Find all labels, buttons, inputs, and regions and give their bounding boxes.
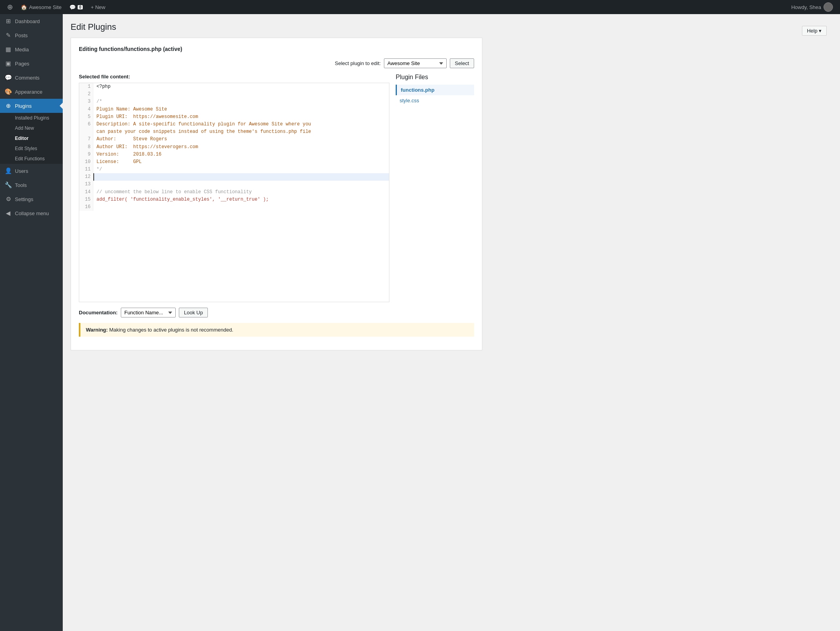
submenu-editor[interactable]: Editor xyxy=(0,133,63,143)
new-label: + New xyxy=(91,4,105,10)
edit-plugins-wrap: Editing functions/functions.php (active)… xyxy=(71,38,482,350)
plugin-select-label: Select plugin to edit: xyxy=(335,60,381,66)
code-line: 3 /* xyxy=(79,98,389,105)
sidebar-item-plugins[interactable]: ⊕ Plugins xyxy=(0,99,63,113)
code-line: 15 add_filter( 'functionality_enable_sty… xyxy=(79,196,389,203)
home-icon: 🏠 xyxy=(21,4,27,10)
posts-icon: ✎ xyxy=(5,32,12,39)
appearance-icon: 🎨 xyxy=(5,88,12,95)
code-line: 8 Author URI: https://steverogers.com xyxy=(79,143,389,151)
plugin-files-panel: Plugin Files functions.php style.css xyxy=(396,74,474,302)
code-editor[interactable]: 1 <?php 2 3 /* xyxy=(79,83,389,302)
tools-icon: 🔧 xyxy=(5,181,12,189)
warning-strong: Warning: xyxy=(86,327,108,333)
code-line: 11 */ xyxy=(79,166,389,173)
selected-file-label: Selected file content: xyxy=(79,74,389,80)
sidebar-item-appearance[interactable]: 🎨 Appearance xyxy=(0,85,63,99)
pages-icon: ▣ xyxy=(5,60,12,67)
site-name-item[interactable]: 🏠 Awesome Site xyxy=(17,0,65,14)
select-button[interactable]: Select xyxy=(450,58,474,68)
code-line: 13 xyxy=(79,181,389,188)
sidebar-item-label: Posts xyxy=(15,33,28,38)
sidebar-item-label: Users xyxy=(15,168,28,174)
warning-text: Making changes to active plugins is not … xyxy=(109,327,233,333)
code-line: 6 Description: A site-specific functiona… xyxy=(79,121,389,136)
sidebar-item-label: Dashboard xyxy=(15,18,40,24)
code-line: 1 <?php xyxy=(79,83,389,91)
code-line: 7 Author: Steve Rogers xyxy=(79,136,389,143)
comments-count: 0 xyxy=(78,5,83,9)
settings-icon: ⚙ xyxy=(5,196,12,203)
submenu-edit-styles[interactable]: Edit Styles xyxy=(0,143,63,154)
plugins-submenu: Installed Plugins Add New Editor Edit St… xyxy=(0,113,63,164)
sidebar-item-media[interactable]: ▦ Media xyxy=(0,42,63,56)
documentation-select[interactable]: Function Name... xyxy=(121,308,176,317)
sidebar-item-users[interactable]: 👤 Users xyxy=(0,164,63,178)
sidebar: ⊞ Dashboard ✎ Posts ▦ Media ▣ Pages 💬 Co… xyxy=(0,14,63,631)
plugins-icon: ⊕ xyxy=(5,102,12,109)
sidebar-item-label: Pages xyxy=(15,61,29,67)
content-area: Selected file content: 1 <?php 2 xyxy=(79,74,474,302)
wp-logo-icon: ⊕ xyxy=(7,3,13,11)
code-line: 14 // uncomment the below line to enable… xyxy=(79,189,389,196)
wp-logo-item[interactable]: ⊕ xyxy=(3,0,17,14)
sidebar-item-collapse[interactable]: ◀ Collapse menu xyxy=(0,206,63,220)
comments-item[interactable]: 💬 0 xyxy=(65,0,87,14)
sidebar-item-comments[interactable]: 💬 Comments xyxy=(0,71,63,85)
code-line: 4 Plugin Name: Awesome Site xyxy=(79,106,389,113)
code-line: 5 Plugin URI: https://awesomesite.com xyxy=(79,113,389,121)
sidebar-item-label: Settings xyxy=(15,196,33,202)
collapse-icon: ◀ xyxy=(5,210,12,217)
new-item[interactable]: + New xyxy=(87,0,109,14)
editing-title: Editing functions/functions.php (active) xyxy=(79,46,474,52)
sidebar-item-settings[interactable]: ⚙ Settings xyxy=(0,192,63,206)
plugin-file-functions-php[interactable]: functions.php xyxy=(396,85,474,95)
lookup-button[interactable]: Look Up xyxy=(179,308,208,317)
submenu-add-new[interactable]: Add New xyxy=(0,123,63,133)
warning-notice: Warning: Making changes to active plugin… xyxy=(79,323,474,337)
sidebar-item-label: Appearance xyxy=(15,89,42,95)
code-line: 16 xyxy=(79,203,389,211)
submenu-installed-plugins[interactable]: Installed Plugins xyxy=(0,113,63,123)
main-content: Help ▾ Edit Plugins Editing functions/fu… xyxy=(63,14,840,631)
code-line: 9 Version: 2018.03.16 xyxy=(79,151,389,158)
sidebar-item-posts[interactable]: ✎ Posts xyxy=(0,28,63,42)
sidebar-item-pages[interactable]: ▣ Pages xyxy=(0,56,63,71)
howdy-item[interactable]: Howdy, Shea xyxy=(787,2,837,12)
avatar xyxy=(824,2,833,12)
comment-icon: 💬 xyxy=(69,4,76,10)
media-icon: ▦ xyxy=(5,46,12,53)
sidebar-item-label: Plugins xyxy=(15,103,32,109)
sidebar-item-label: Comments xyxy=(15,75,40,81)
plugin-files-title: Plugin Files xyxy=(396,74,474,81)
sidebar-item-label: Media xyxy=(15,47,29,53)
code-editor-wrap: Selected file content: 1 <?php 2 xyxy=(79,74,389,302)
page-title: Edit Plugins xyxy=(71,22,832,32)
documentation-row: Documentation: Function Name... Look Up xyxy=(79,308,474,317)
admin-bar: ⊕ 🏠 Awesome Site 💬 0 + New Howdy, Shea xyxy=(0,0,840,14)
code-line-cursor: 12 xyxy=(79,173,389,181)
plugin-select-row: Select plugin to edit: Awesome Site Sele… xyxy=(79,58,474,68)
help-button[interactable]: Help ▾ xyxy=(802,26,827,36)
users-icon: 👤 xyxy=(5,167,12,174)
sidebar-item-label: Tools xyxy=(15,182,27,188)
dashboard-icon: ⊞ xyxy=(5,18,12,25)
site-name: Awesome Site xyxy=(29,4,62,10)
plugins-active-arrow xyxy=(60,103,63,109)
sidebar-item-dashboard[interactable]: ⊞ Dashboard xyxy=(0,14,63,28)
content-wrapper: Help ▾ Edit Plugins Editing functions/fu… xyxy=(71,22,832,350)
howdy-text: Howdy, Shea xyxy=(791,4,821,10)
code-lines: 1 <?php 2 3 /* xyxy=(79,83,389,211)
plugin-select-dropdown[interactable]: Awesome Site xyxy=(384,58,447,68)
code-line: 10 License: GPL xyxy=(79,158,389,166)
sidebar-item-label: Collapse menu xyxy=(15,210,49,216)
plugin-file-style-css[interactable]: style.css xyxy=(396,95,474,106)
submenu-edit-functions[interactable]: Edit Functions xyxy=(0,154,63,164)
documentation-label: Documentation: xyxy=(79,310,118,316)
code-line: 2 xyxy=(79,91,389,98)
sidebar-item-tools[interactable]: 🔧 Tools xyxy=(0,178,63,192)
comments-icon: 💬 xyxy=(5,74,12,81)
